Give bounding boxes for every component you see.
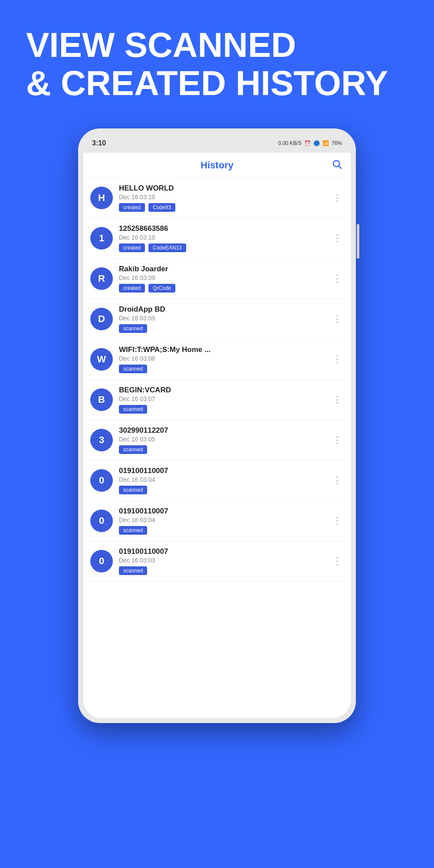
tag: CodeEAN13 <box>148 243 186 252</box>
search-button[interactable] <box>332 159 342 172</box>
item-tags: scanned <box>119 526 325 535</box>
item-content: 019100110007 Dec 16 03:04 scanned <box>119 507 325 535</box>
item-title: BEGIN:VCARD <box>119 386 325 395</box>
item-tags: createdCodeEAN13 <box>119 243 325 252</box>
hero-title-line2: & CREATED HISTORY <box>26 64 408 102</box>
item-tags: scanned <box>119 365 325 373</box>
history-list: H HELLO WORLD Dec 16 03:10 createdCode93… <box>83 178 351 718</box>
avatar: W <box>90 348 113 371</box>
item-content: 019100110007 Dec 16 03:04 scanned <box>119 467 325 494</box>
status-signal-icon: 📶 <box>322 140 329 146</box>
more-options-button[interactable]: ⋮ <box>331 554 344 569</box>
tag: scanned <box>119 526 147 535</box>
item-content: 019100110007 Dec 16 03:03 scanned <box>119 547 325 575</box>
phone-side-button <box>357 224 359 259</box>
item-title: 019100110007 <box>119 547 325 556</box>
more-options-button[interactable]: ⋮ <box>331 433 344 447</box>
tag: created <box>119 203 145 212</box>
phone-screen: 3:10 0.00 KB/S ⏰ 🔵 📶 76% History <box>83 134 351 718</box>
phone-wrapper: 3:10 0.00 KB/S ⏰ 🔵 📶 76% History <box>0 128 434 723</box>
item-content: 125258663586 Dec 16 03:10 createdCodeEAN… <box>119 224 325 252</box>
item-title: HELLO WORLD <box>119 184 325 193</box>
avatar: 1 <box>90 227 113 250</box>
hero-title: VIEW SCANNED & CREATED HISTORY <box>26 26 408 102</box>
avatar: 3 <box>90 429 113 451</box>
tag: scanned <box>119 486 147 494</box>
status-right: 0.00 KB/S ⏰ 🔵 📶 76% <box>278 140 342 146</box>
item-date: Dec 16 03:04 <box>119 476 325 483</box>
item-title: 125258663586 <box>119 224 325 233</box>
list-item[interactable]: 3 302990112207 Dec 16 03:05 scanned ⋮ <box>83 420 351 460</box>
item-date: Dec 16 03:07 <box>119 395 325 402</box>
item-content: WIFI:T:WPA;S:My Home ... Dec 16 03:08 sc… <box>119 345 325 373</box>
item-title: 019100110007 <box>119 507 325 516</box>
list-item[interactable]: 0 019100110007 Dec 16 03:04 scanned ⋮ <box>83 501 351 541</box>
more-options-button[interactable]: ⋮ <box>331 513 344 528</box>
item-date: Dec 16 03:10 <box>119 234 325 241</box>
item-content: BEGIN:VCARD Dec 16 03:07 scanned <box>119 386 325 414</box>
item-content: DroidApp BD Dec 16 03:09 scanned <box>119 305 325 333</box>
more-options-button[interactable]: ⋮ <box>331 352 344 367</box>
phone-frame: 3:10 0.00 KB/S ⏰ 🔵 📶 76% History <box>78 128 356 723</box>
avatar: 0 <box>90 550 113 572</box>
hero-section: VIEW SCANNED & CREATED HISTORY <box>0 0 434 120</box>
more-options-button[interactable]: ⋮ <box>331 191 344 205</box>
status-bar: 3:10 0.00 KB/S ⏰ 🔵 📶 76% <box>83 134 351 153</box>
tag: scanned <box>119 405 147 414</box>
item-tags: createdQrCode <box>119 284 325 293</box>
item-title: 302990112207 <box>119 426 325 435</box>
avatar: R <box>90 267 113 290</box>
list-item[interactable]: 0 019100110007 Dec 16 03:04 scanned ⋮ <box>83 460 351 501</box>
item-content: HELLO WORLD Dec 16 03:10 createdCode93 <box>119 184 325 212</box>
status-data: 0.00 KB/S <box>278 140 302 146</box>
status-time: 3:10 <box>92 139 106 147</box>
avatar: H <box>90 187 113 209</box>
tag: scanned <box>119 566 147 575</box>
item-tags: scanned <box>119 486 325 494</box>
status-alarm-icon: ⏰ <box>304 140 311 146</box>
svg-line-1 <box>339 166 342 168</box>
tag: scanned <box>119 445 147 454</box>
item-tags: createdCode93 <box>119 203 325 212</box>
avatar: 0 <box>90 510 113 532</box>
tag: Code93 <box>148 203 175 212</box>
app-bar-title: History <box>201 160 233 171</box>
list-item[interactable]: H HELLO WORLD Dec 16 03:10 createdCode93… <box>83 178 351 218</box>
avatar: D <box>90 308 113 330</box>
tag: scanned <box>119 324 147 333</box>
item-content: 302990112207 Dec 16 03:05 scanned <box>119 426 325 454</box>
list-item[interactable]: R Rakib Joarder Dec 16 03:09 createdQrCo… <box>83 259 351 299</box>
list-item[interactable]: 0 019100110007 Dec 16 03:03 scanned ⋮ <box>83 541 351 582</box>
more-options-button[interactable]: ⋮ <box>331 392 344 407</box>
item-date: Dec 16 03:03 <box>119 557 325 564</box>
item-content: Rakib Joarder Dec 16 03:09 createdQrCode <box>119 265 325 293</box>
item-tags: scanned <box>119 445 325 454</box>
item-title: WIFI:T:WPA;S:My Home ... <box>119 345 325 354</box>
item-date: Dec 16 03:08 <box>119 355 325 362</box>
status-battery: 76% <box>332 140 342 146</box>
list-item[interactable]: W WIFI:T:WPA;S:My Home ... Dec 16 03:08 … <box>83 339 351 380</box>
item-tags: scanned <box>119 566 325 575</box>
item-title: DroidApp BD <box>119 305 325 314</box>
tag: QrCode <box>148 284 175 293</box>
tag: created <box>119 243 145 252</box>
list-item[interactable]: 1 125258663586 Dec 16 03:10 createdCodeE… <box>83 218 351 259</box>
list-item[interactable]: B BEGIN:VCARD Dec 16 03:07 scanned ⋮ <box>83 380 351 420</box>
more-options-button[interactable]: ⋮ <box>331 271 344 286</box>
status-bluetooth-icon: 🔵 <box>313 140 320 146</box>
avatar: B <box>90 388 113 411</box>
tag: created <box>119 284 145 293</box>
list-item[interactable]: D DroidApp BD Dec 16 03:09 scanned ⋮ <box>83 299 351 339</box>
app-bar: History <box>83 153 351 178</box>
avatar: 0 <box>90 469 113 492</box>
item-title: Rakib Joarder <box>119 265 325 273</box>
item-date: Dec 16 03:10 <box>119 194 325 201</box>
hero-title-line1: VIEW SCANNED <box>26 26 408 64</box>
more-options-button[interactable]: ⋮ <box>331 231 344 246</box>
item-tags: scanned <box>119 324 325 333</box>
item-date: Dec 16 03:09 <box>119 315 325 322</box>
more-options-button[interactable]: ⋮ <box>331 473 344 488</box>
more-options-button[interactable]: ⋮ <box>331 312 344 326</box>
item-date: Dec 16 03:05 <box>119 436 325 443</box>
item-date: Dec 16 03:04 <box>119 516 325 523</box>
